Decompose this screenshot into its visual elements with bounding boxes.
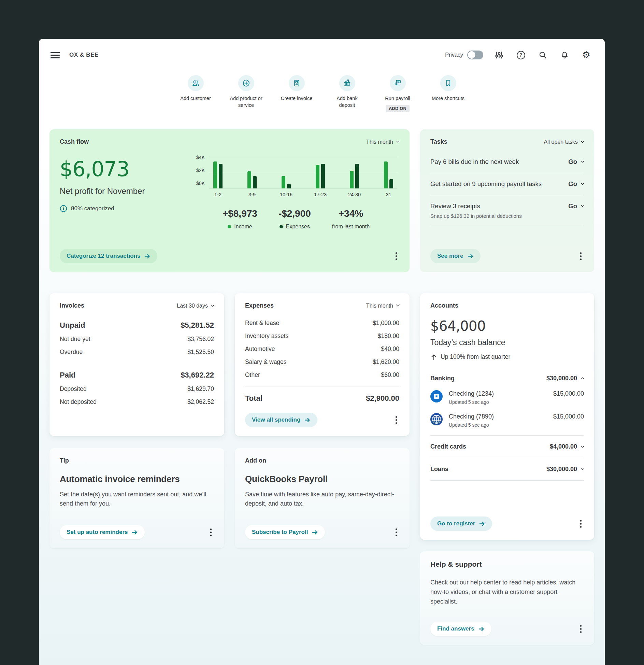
help-menu-kebab-icon[interactable] bbox=[578, 625, 584, 633]
row-amount: $40.00 bbox=[381, 345, 399, 353]
expenses-legend-label: Expenses bbox=[286, 224, 310, 230]
categorize-transactions-button[interactable]: Categorize 12 transactions bbox=[60, 249, 157, 263]
addon-kicker: Add on bbox=[245, 457, 399, 464]
chevron-down-icon bbox=[581, 466, 584, 470]
shortcut-label: Run payroll bbox=[385, 95, 410, 102]
addon-menu-kebab-icon[interactable] bbox=[393, 528, 399, 536]
tip-card: Tip Automatic invoice reminders Set the … bbox=[49, 448, 224, 548]
subscribe-to-payroll-label: Subscribe to Payroll bbox=[252, 529, 308, 536]
notifications-bell-icon[interactable] bbox=[560, 51, 569, 59]
expenses-card: Expenses This month Rent & lease$1,000.0… bbox=[235, 293, 410, 436]
banking-total: $30,000.00 bbox=[546, 375, 577, 382]
settings-gear-icon[interactable]: ⚙ bbox=[582, 51, 590, 60]
shortcut-label: Create invoice bbox=[281, 95, 313, 102]
row-label: Other bbox=[245, 371, 260, 379]
expense-row: Other$60.00 bbox=[245, 371, 399, 379]
cash-balance-caption: Today’s cash balance bbox=[430, 338, 584, 347]
tasks-filter-dropdown[interactable]: All open tasks bbox=[544, 139, 584, 145]
tasks-title: Tasks bbox=[430, 138, 447, 145]
task-row: Review 3 receipts Snap up $126.32 in pot… bbox=[430, 195, 584, 226]
row-amount: $180.00 bbox=[378, 332, 399, 340]
task-label: Get started on 9 upcoming payroll tasks bbox=[430, 180, 542, 188]
globe-bank-logo bbox=[430, 413, 443, 425]
tip-kicker: Tip bbox=[60, 457, 214, 464]
view-all-spending-button[interactable]: View all spending bbox=[245, 413, 317, 427]
expense-row: Salary & wages$1,620.00 bbox=[245, 358, 399, 366]
bank-account-name: Checking (1234) bbox=[449, 390, 494, 397]
cash-flow-menu-kebab-icon[interactable] bbox=[393, 252, 399, 260]
shortcuts-row: Add customer Add product or service Crea… bbox=[39, 75, 605, 112]
shortcut-more-shortcuts[interactable]: More shortcuts bbox=[429, 75, 467, 102]
dashboard-content: Cash flow This month $6,073 Net profit f… bbox=[39, 129, 605, 645]
task-go-button[interactable]: Go bbox=[568, 158, 584, 166]
bar-groups bbox=[209, 157, 397, 188]
tasks-menu-kebab-icon[interactable] bbox=[578, 252, 584, 260]
cash-balance-amount: $64,000 bbox=[430, 318, 584, 334]
shortcut-create-invoice[interactable]: Create invoice bbox=[277, 75, 316, 102]
bank-account-row[interactable]: Checking (1234) Updated 5 sec ago $15,00… bbox=[430, 390, 584, 405]
privacy-toggle[interactable] bbox=[467, 51, 483, 59]
arrow-right-icon bbox=[312, 529, 318, 536]
bookmark-icon bbox=[440, 75, 456, 91]
shortcut-add-bank-deposit[interactable]: Add bank deposit bbox=[328, 75, 366, 109]
banking-group-row[interactable]: Banking $30,000.00 bbox=[430, 375, 584, 382]
row-label: Overdue bbox=[60, 349, 83, 356]
shortcut-add-customer[interactable]: Add customer bbox=[176, 75, 215, 102]
view-all-spending-label: View all spending bbox=[252, 416, 300, 423]
expenses-menu-kebab-icon[interactable] bbox=[393, 416, 399, 424]
bar-income bbox=[316, 165, 319, 188]
invoices-period-dropdown[interactable]: Last 30 days bbox=[177, 303, 214, 309]
unpaid-label: Unpaid bbox=[60, 321, 85, 330]
loans-group-row[interactable]: Loans $30,000.00 bbox=[430, 466, 584, 473]
chevron-down-icon bbox=[211, 303, 214, 307]
subscribe-to-payroll-button[interactable]: Subscribe to Payroll bbox=[245, 525, 325, 539]
task-subtext: Snap up $126.32 in potential deductions bbox=[430, 213, 522, 219]
row-amount: $1,620.00 bbox=[373, 358, 399, 366]
find-answers-label: Find answers bbox=[437, 625, 474, 632]
arrow-right-icon bbox=[144, 253, 151, 259]
row-label: Inventory assets bbox=[245, 332, 288, 340]
shortcut-label: Add product or service bbox=[227, 95, 265, 109]
addon-body: Save time with features like auto pay, s… bbox=[245, 490, 399, 508]
y-axis-labels: $4K$2K$0K bbox=[193, 155, 209, 186]
go-to-register-button[interactable]: Go to register bbox=[430, 517, 492, 531]
search-icon[interactable] bbox=[539, 51, 547, 59]
chevron-up-icon bbox=[581, 377, 584, 381]
credit-cards-group-row[interactable]: Credit cards $4,000.00 bbox=[430, 443, 584, 450]
bar-group bbox=[213, 157, 223, 188]
loans-label: Loans bbox=[430, 466, 448, 473]
hamburger-menu-icon[interactable] bbox=[51, 52, 60, 58]
bank-account-row[interactable]: Checking (7890) Updated 5 sec ago $15,00… bbox=[430, 413, 584, 428]
expenses-period-value: This month bbox=[366, 303, 393, 309]
arrow-right-icon bbox=[467, 253, 474, 259]
tip-menu-kebab-icon[interactable] bbox=[208, 528, 214, 536]
accounts-menu-kebab-icon[interactable] bbox=[578, 520, 584, 528]
cash-flow-card: Cash flow This month $6,073 Net profit f… bbox=[49, 129, 410, 272]
find-answers-button[interactable]: Find answers bbox=[430, 622, 491, 636]
tasks-filter-value: All open tasks bbox=[544, 139, 578, 145]
trend-text: Up 100% from last quarter bbox=[441, 353, 510, 360]
see-more-button[interactable]: See more bbox=[430, 249, 481, 263]
chevron-down-icon bbox=[581, 181, 584, 185]
arrow-right-icon bbox=[304, 417, 311, 423]
set-up-auto-reminders-button[interactable]: Set up auto reminders bbox=[60, 525, 145, 539]
help-title: Help & support bbox=[430, 560, 584, 568]
tip-body: Set the date(s) you want reminders sent … bbox=[60, 490, 214, 508]
credit-cards-total: $4,000.00 bbox=[550, 443, 577, 450]
shortcut-add-product-or-service[interactable]: Add product or service bbox=[227, 75, 265, 109]
task-go-button[interactable]: Go bbox=[568, 180, 584, 188]
shortcut-run-payroll[interactable]: Run payroll ADD ON bbox=[378, 75, 417, 112]
task-go-button[interactable]: Go bbox=[568, 202, 584, 210]
cash-flow-period-dropdown[interactable]: This month bbox=[366, 139, 399, 145]
row-amount: $1,629.70 bbox=[187, 385, 214, 393]
filter-sliders-icon[interactable] bbox=[495, 51, 503, 59]
arrow-up-icon bbox=[430, 354, 437, 360]
cash-flow-summary: +$8,973 Income -$2,900 Expenses +34% fro… bbox=[193, 208, 399, 230]
help-body: Check out our help center to read help a… bbox=[430, 578, 584, 607]
expenses-period-dropdown[interactable]: This month bbox=[366, 303, 399, 309]
task-label: Pay 6 bills due in the next week bbox=[430, 158, 519, 166]
expense-row: Inventory assets$180.00 bbox=[245, 332, 399, 340]
help-icon[interactable]: ? bbox=[517, 51, 525, 59]
expense-row: Automotive$40.00 bbox=[245, 345, 399, 353]
tasks-card: Tasks All open tasks Pay 6 bills due in … bbox=[420, 129, 594, 272]
